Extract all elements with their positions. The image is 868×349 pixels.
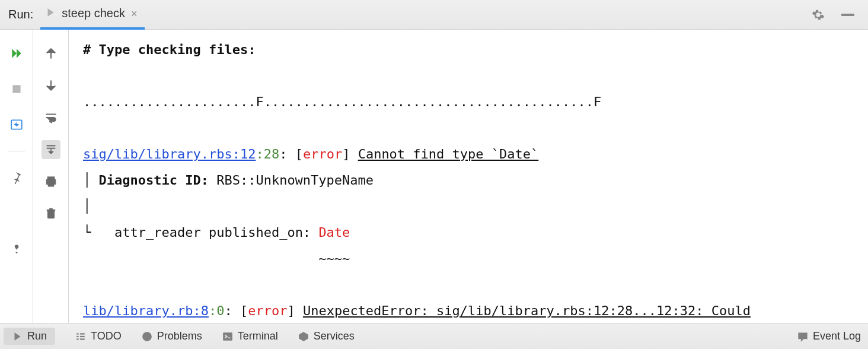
console-line: │ <box>83 199 91 214</box>
svg-rect-9 <box>76 333 78 334</box>
status-todo-label: TODO <box>91 330 122 342</box>
file-link[interactable]: lib/library.rb:8 <box>83 303 209 318</box>
gear-icon[interactable] <box>809 5 828 24</box>
svg-rect-16 <box>146 334 148 337</box>
status-event-log-label: Event Log <box>813 330 861 342</box>
status-services-label: Services <box>314 330 355 342</box>
status-todo[interactable]: TODO <box>75 330 122 342</box>
close-icon[interactable]: × <box>131 8 138 19</box>
status-problems-label: Problems <box>157 330 202 342</box>
error-tag: error <box>248 303 287 318</box>
console-line: # Type checking files: <box>83 42 256 57</box>
col-number: :0 <box>209 303 225 318</box>
svg-rect-0 <box>12 85 20 93</box>
error-message: Cannot find type `Date` <box>358 147 539 161</box>
svg-rect-8 <box>49 208 52 210</box>
svg-rect-12 <box>80 335 85 337</box>
svg-rect-14 <box>80 338 85 340</box>
console-line: ~~~~ <box>83 251 350 266</box>
stop-icon[interactable] <box>7 80 26 99</box>
status-services[interactable]: Services <box>298 330 355 342</box>
error-message: UnexpectedError: sig/lib/library.rbs:12:… <box>303 303 751 318</box>
status-problems[interactable]: Problems <box>142 330 202 342</box>
error-tag: error <box>303 147 342 161</box>
pin-icon[interactable] <box>7 168 26 187</box>
scroll-to-end-icon[interactable] <box>42 140 60 159</box>
minimize-icon[interactable] <box>838 5 857 24</box>
status-run[interactable]: Run <box>4 328 55 345</box>
svg-rect-10 <box>80 333 85 334</box>
svg-rect-11 <box>76 335 78 337</box>
svg-rect-17 <box>146 338 148 339</box>
svg-rect-3 <box>47 177 54 179</box>
soft-wrap-icon[interactable] <box>42 108 60 127</box>
svg-point-2 <box>15 252 17 253</box>
svg-rect-13 <box>76 338 78 340</box>
separator <box>8 151 25 151</box>
arrow-down-icon[interactable] <box>42 76 60 95</box>
svg-rect-5 <box>48 183 53 186</box>
col-number: :28 <box>256 147 279 161</box>
console-line: ......................F.................… <box>83 94 601 109</box>
run-actions-gutter <box>0 30 33 323</box>
arrow-up-icon[interactable] <box>42 44 60 63</box>
svg-rect-6 <box>47 211 54 218</box>
run-tab[interactable]: steep check × <box>40 0 144 30</box>
status-event-log[interactable]: Event Log <box>797 330 861 342</box>
run-label: Run: <box>8 8 33 21</box>
console-actions-gutter <box>33 30 69 323</box>
help-icon[interactable] <box>7 239 26 258</box>
file-link[interactable]: sig/lib/library.rbs:12 <box>83 147 256 161</box>
status-terminal[interactable]: Terminal <box>222 330 278 342</box>
print-icon[interactable] <box>42 172 60 191</box>
status-bar: Run TODO Problems Terminal Services Even… <box>0 323 868 349</box>
console-line: └ <box>83 225 99 240</box>
close-x-icon[interactable] <box>7 204 26 223</box>
run-tool-header: Run: steep check × <box>0 0 868 30</box>
console-output[interactable]: # Type checking files: .................… <box>69 30 868 323</box>
status-terminal-label: Terminal <box>238 330 278 342</box>
run-tab-label: steep check <box>62 7 125 20</box>
trash-icon[interactable] <box>42 204 60 223</box>
status-run-label: Run <box>27 330 47 342</box>
rerun-icon[interactable] <box>7 44 26 63</box>
play-icon <box>45 7 56 20</box>
layout-icon[interactable] <box>7 115 26 134</box>
console-line: │ Diagnostic ID: <box>83 173 216 188</box>
